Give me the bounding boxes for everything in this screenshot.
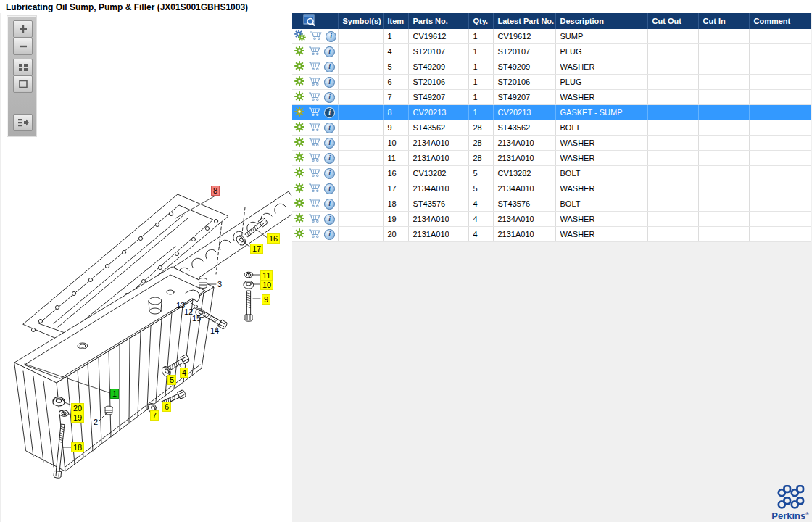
cell-latest-part-no: ST49207 (493, 90, 555, 105)
cart-icon[interactable] (308, 228, 320, 240)
callout-8[interactable]: 8 (211, 186, 220, 196)
parts-row-item-17[interactable]: 172134A01052134A010WASHER (292, 181, 811, 196)
col-header-item[interactable]: Item (383, 13, 408, 29)
col-header-symbols[interactable]: Symbol(s) (338, 13, 383, 29)
callout-16[interactable]: 16 (267, 233, 280, 244)
cart-icon[interactable] (308, 107, 320, 118)
info-icon[interactable] (324, 77, 335, 88)
cell-comment (749, 105, 811, 120)
row-actions (292, 181, 338, 196)
cart-icon[interactable] (308, 46, 320, 57)
gear-icon[interactable] (294, 61, 304, 72)
parts-row-item-4[interactable]: 4ST201071ST20107PLUG (292, 44, 811, 59)
info-icon[interactable] (324, 107, 335, 118)
parts-row-item-9[interactable]: 9ST4356228ST43562BOLT (292, 120, 811, 136)
cart-icon[interactable] (310, 30, 322, 42)
single-view-button[interactable] (13, 75, 33, 93)
callout-6[interactable]: 6 (162, 402, 171, 412)
cell-qty: 4 (468, 227, 493, 242)
cell-cut-in (698, 151, 749, 166)
parts-row-item-11[interactable]: 112131A010282131A010WASHER (292, 151, 811, 166)
callout-11[interactable]: 11 (260, 270, 273, 281)
callout-5[interactable]: 5 (167, 375, 176, 385)
parts-row-item-5[interactable]: 5ST492091ST49209WASHER (292, 59, 811, 75)
callout-17[interactable]: 17 (250, 244, 263, 254)
info-icon[interactable] (324, 92, 335, 103)
info-icon[interactable] (324, 46, 335, 57)
col-header-parts-no[interactable]: Parts No. (408, 13, 468, 29)
zoom-in-button[interactable] (13, 20, 33, 38)
col-header-description[interactable]: Description (555, 13, 647, 29)
parts-row-item-20[interactable]: 202131A01042131A010WASHER (292, 227, 811, 242)
cart-icon[interactable] (308, 167, 320, 179)
cell-cut-in (698, 196, 749, 212)
col-header-cut-in[interactable]: Cut In (698, 13, 749, 29)
callout-7[interactable]: 7 (150, 410, 159, 420)
callout-10[interactable]: 10 (260, 280, 273, 290)
gear-icon[interactable] (294, 152, 304, 164)
zoom-out-button[interactable] (13, 38, 33, 55)
callout-19[interactable]: 19 (71, 413, 84, 423)
info-icon[interactable] (324, 199, 335, 210)
cart-icon[interactable] (308, 122, 320, 133)
info-icon[interactable] (324, 214, 335, 225)
gear-icon[interactable] (294, 198, 304, 210)
info-icon[interactable] (324, 123, 335, 133)
cart-icon[interactable] (308, 183, 320, 194)
tile-views-button[interactable] (13, 59, 33, 76)
info-icon[interactable] (326, 31, 336, 42)
parts-row-item-7[interactable]: 7ST492071ST49207WASHER (292, 90, 811, 105)
toggle-parts-panel-button[interactable] (13, 114, 33, 131)
col-header-actions[interactable] (292, 13, 338, 29)
callout-18[interactable]: 18 (71, 442, 84, 452)
col-header-comment[interactable]: Comment (749, 13, 811, 29)
parts-row-item-10[interactable]: 102134A010282134A010WASHER (292, 136, 811, 151)
cart-icon[interactable] (308, 61, 320, 72)
gear-icon[interactable] (294, 167, 304, 179)
gear-icon[interactable] (294, 91, 304, 103)
callout-1[interactable]: 1 (110, 389, 119, 399)
callout-4[interactable]: 4 (180, 368, 188, 378)
parts-row-item-19[interactable]: 192134A01042134A010WASHER (292, 212, 811, 227)
gear-icon[interactable] (294, 213, 304, 225)
gear-icon[interactable] (294, 183, 304, 194)
cell-parts-no: ST43562 (408, 120, 468, 136)
callout-9[interactable]: 9 (262, 294, 270, 304)
col-header-cut-out[interactable]: Cut Out (647, 13, 698, 29)
cart-icon[interactable] (308, 137, 320, 149)
washer-17 (235, 234, 247, 247)
cart-icon[interactable] (308, 198, 320, 210)
parts-row-item-8[interactable]: 8CV202131CV20213GASKET - SUMP (292, 105, 811, 120)
parts-row-item-18[interactable]: 18ST435764ST43576BOLT (292, 196, 811, 212)
info-icon[interactable] (324, 62, 335, 72)
gear-icon[interactable] (294, 228, 304, 240)
cart-icon[interactable] (308, 213, 320, 225)
info-icon[interactable] (324, 229, 335, 240)
parts-row-item-6[interactable]: 6ST201061ST20106PLUG (292, 75, 811, 90)
callout-20[interactable]: 20 (71, 403, 84, 413)
cell-parts-no: 2134A010 (408, 181, 468, 196)
gear-icon[interactable] (294, 76, 304, 88)
cell-comment (749, 227, 811, 242)
info-icon[interactable] (324, 138, 335, 149)
cell-qty: 4 (468, 196, 493, 212)
info-icon[interactable] (324, 168, 335, 179)
col-header-latest-part-no[interactable]: Latest Part No. (493, 13, 555, 29)
cart-icon[interactable] (308, 76, 320, 88)
gear-icon[interactable] (294, 107, 304, 118)
cell-item: 6 (383, 75, 408, 90)
gear-icon[interactable] (294, 46, 304, 57)
parts-row-item-1[interactable]: 1CV196121CV19612SUMP (292, 29, 811, 44)
col-header-qty[interactable]: Qty. (468, 13, 493, 29)
gear-icon[interactable] (294, 122, 304, 133)
parts-preview-icon (302, 14, 316, 26)
info-icon[interactable] (324, 183, 335, 194)
cart-icon[interactable] (308, 152, 320, 164)
cell-symbols (338, 196, 383, 212)
info-icon[interactable] (324, 153, 335, 164)
cart-icon[interactable] (308, 91, 320, 103)
add-gears-icon[interactable] (294, 30, 306, 43)
gear-icon[interactable] (294, 137, 304, 149)
cell-cut-in (698, 136, 749, 151)
parts-row-item-16[interactable]: 16CV132825CV13282BOLT (292, 166, 811, 181)
